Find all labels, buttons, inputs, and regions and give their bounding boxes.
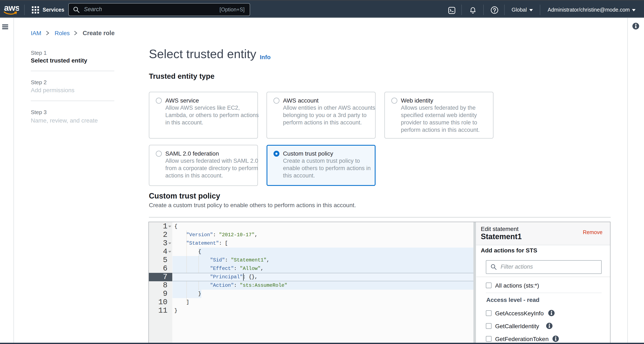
- svg-text:aws: aws: [4, 4, 19, 13]
